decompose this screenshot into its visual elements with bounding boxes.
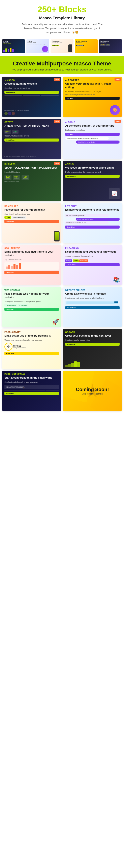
creative-section-header: Creative Multipurpose masco Theme We've … <box>0 56 124 74</box>
preview-thumb: Unleash creativity with AI All features … <box>26 39 49 53</box>
template-card-create[interactable]: WEBSITE BUILDER Create a New website in … <box>63 287 122 327</box>
card-label: CRYPTO <box>4 121 59 123</box>
card-desc: Strong and reliable web hosting to fuel … <box>4 300 59 303</box>
card-cta[interactable]: Invest Now <box>4 138 59 142</box>
card-heading: A NEW FRONTIER OF INVESTMENT <box>4 124 59 128</box>
template-card-grow[interactable]: GROWTH Grow your business to the next le… <box>63 329 122 369</box>
card-label: AI POWERED <box>65 79 120 81</box>
template-card-start[interactable]: EMAIL MARKETING Start a conversation in … <box>2 371 61 411</box>
card-cta[interactable]: Get Started <box>4 91 59 94</box>
preview-thumb: New Frontier of Investment $3,170 +42% <box>99 39 122 53</box>
card-desc: Opportunity to generate profits <box>4 135 59 137</box>
card-desc: Stay fit and healthy with our app <box>4 213 59 215</box>
template-card-stunning[interactable]: New ✦ MASCO Create a stunning website Sp… <box>2 77 61 117</box>
preview-row-1: A NEW FRONTIER INVESTMENT Unleash creati… <box>2 39 122 53</box>
tag: Business <box>79 259 88 262</box>
templates-grid: New ✦ MASCO Create a stunning website Sp… <box>0 74 124 413</box>
badge-new: New <box>115 120 121 123</box>
card-heading: AI-generated content, at your fingertips <box>65 124 120 128</box>
card-label: HEALTH APP <box>4 205 59 207</box>
card-label: WEBSITE BUILDER <box>65 289 120 291</box>
card-cta[interactable]: Try Now <box>65 97 120 100</box>
card-label: AI TOOLS <box>65 121 120 123</box>
card-heading: SMART SOLUTIONS FOR A MODERN ERA <box>4 166 59 169</box>
card-label: WEB HOSTING <box>4 289 59 291</box>
card-label: ✦ MASCO <box>4 79 59 81</box>
card-heading: Unleash your creativity with AI Image ed… <box>65 82 120 89</box>
preview-thumb: Create stunning website fast Get Started <box>75 39 98 53</box>
card-heading: Create a New website in minutes <box>65 292 120 296</box>
template-card-focus[interactable]: AGENCY We focus on growing your brand on… <box>63 161 122 201</box>
card-desc: All features that make coding into the m… <box>65 90 120 93</box>
preview-thumb: A NEW FRONTIER INVESTMENT <box>2 39 25 53</box>
card-heading: Start a conversation in the email world <box>4 376 59 380</box>
header-description: Embrace creativity and let your website … <box>20 23 104 34</box>
preview-strip: A NEW FRONTIER INVESTMENT Unleash creati… <box>0 37 124 56</box>
card-label: EMAIL MARKETING <box>4 373 59 375</box>
card-heading: Bring additional qualified traffic to yo… <box>4 250 59 257</box>
card-cta[interactable]: Start Chat <box>65 225 120 228</box>
card-heading: Grow your business to the next level <box>65 334 120 338</box>
template-card-fitness[interactable]: HEALTH APP Fitness app for your good hea… <box>2 203 61 243</box>
template-card-fast[interactable]: WEB HOSTING Fast & reliable web hosting … <box>2 287 61 327</box>
card-label: AGENCY <box>65 163 120 165</box>
card-heading: Keep learning and boost your knowledge <box>65 250 120 254</box>
card-desc: Great services for added value <box>65 339 120 341</box>
template-card-keep[interactable]: E-LEARNING Keep learning and boost your … <box>63 245 122 285</box>
card-desc: Access courses anytime anywhere <box>65 255 120 257</box>
card-label: BUSINESS <box>4 163 59 165</box>
card-label: PRODUCTIVITY <box>4 331 59 333</box>
template-card-bring[interactable]: SEO / TRAFFIC Bring additional qualified… <box>2 245 61 285</box>
page-header: 250+ Blocks Masco Template Library Embra… <box>0 0 124 37</box>
badge-new: New <box>54 78 60 81</box>
card-heading: Fitness app for your good health <box>4 208 59 212</box>
template-card-unleash[interactable]: New AI POWERED Unleash your creativity w… <box>63 77 122 117</box>
card-heading: We focus on growing your brand online <box>65 166 120 169</box>
card-heading: Make better use of time by tracking it <box>4 334 59 338</box>
card-cta[interactable]: Try Now <box>65 133 120 136</box>
card-cta[interactable]: Get Traffic <box>4 271 59 274</box>
coming-soon-subtitle: More templates coming! <box>76 393 109 395</box>
card-cta[interactable]: Start Now <box>4 392 59 395</box>
template-card-better[interactable]: PRODUCTIVITY Make better use of time by … <box>2 329 61 369</box>
template-card-engage[interactable]: LIVE CHAT Engage your customers with rea… <box>63 203 122 243</box>
card-cta[interactable]: Track Now <box>4 352 59 355</box>
card-label: GROWTH <box>65 331 120 333</box>
preview-thumb: Fitness app for your good health Downloa… <box>50 39 74 53</box>
coming-soon-title: Coming Soon! <box>76 387 109 392</box>
card-desc: Create great web forms fast and with Car… <box>65 297 120 300</box>
card-cta[interactable]: Download <box>4 220 59 223</box>
badge-new: New <box>54 120 60 123</box>
main-title: 250+ Blocks <box>4 5 120 14</box>
card-desc: Exploring its possibilities <box>65 129 120 131</box>
tag: Code <box>73 259 79 262</box>
card-label: LIVE CHAT <box>65 205 120 207</box>
tag: Design <box>65 259 72 262</box>
template-card-investment[interactable]: New CRYPTO A NEW FRONTIER OF INVESTMENT … <box>2 119 61 159</box>
creative-title: Creative Multipurpose masco Theme <box>3 60 121 67</box>
card-desc: Speed up your workflow with us <box>4 87 59 89</box>
card-cta[interactable]: Host Now <box>4 308 59 311</box>
library-name: Masco Template Library <box>4 16 120 21</box>
card-cta[interactable]: Create Now <box>65 306 120 309</box>
template-card-ai-content[interactable]: New AI TOOLS AI-generated content, at yo… <box>63 119 122 159</box>
card-label: SEO / TRAFFIC <box>4 247 59 249</box>
creative-subtitle: We've prepared premium premade demos to … <box>3 68 121 71</box>
card-heading: Fast & reliable web hosting for your web… <box>4 292 59 299</box>
card-heading: Create a stunning website <box>4 82 59 86</box>
card-desc: Unique time tracking solution for your b… <box>4 339 59 341</box>
badge-new: New <box>115 78 121 81</box>
template-card-coming-soon: ★ Coming Soon! More templates coming! <box>63 371 122 411</box>
card-desc: Try fully with features <box>4 258 59 261</box>
card-cta[interactable]: Get Started <box>65 175 120 178</box>
card-label: E-LEARNING <box>65 247 120 249</box>
card-desc: Impactful Numbers <box>4 171 59 174</box>
card-cta[interactable]: Learn More <box>65 263 120 266</box>
card-desc: Digital strategies that drive business f… <box>65 171 120 174</box>
badge-new: New <box>54 162 60 165</box>
card-heading: Engage your customers with real-time cha… <box>65 208 120 212</box>
template-card-smart[interactable]: New BUSINESS SMART SOLUTIONS FOR A MODER… <box>2 161 61 201</box>
card-cta[interactable]: Grow Now <box>65 343 120 346</box>
card-desc: Send automated emails to your customers <box>4 381 59 383</box>
